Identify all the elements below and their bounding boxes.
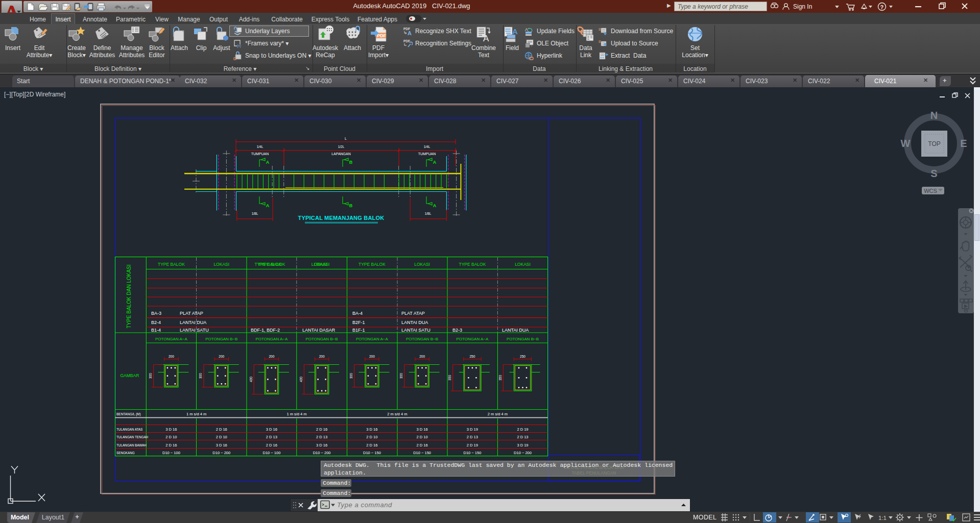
svg-text:300: 300 <box>349 373 353 379</box>
svg-text:200: 200 <box>419 355 425 358</box>
svg-text:D10 − 150: D10 − 150 <box>413 451 431 455</box>
svg-text:200: 200 <box>319 355 325 358</box>
svg-text:PLAT ATAP: PLAT ATAP <box>401 311 425 316</box>
svg-text:D10 − 200: D10 − 200 <box>313 451 331 455</box>
svg-text:400: 400 <box>249 377 253 382</box>
svg-text:300: 300 <box>399 373 403 379</box>
svg-text:2 D 13: 2 D 13 <box>517 435 528 439</box>
svg-text:LOKASI: LOKASI <box>213 262 229 267</box>
svg-text:?: ? <box>880 4 884 10</box>
svg-text:B2F-1: B2F-1 <box>352 320 365 325</box>
svg-text:BDF-1, BDF-2: BDF-1, BDF-2 <box>251 328 280 333</box>
svg-text:B2-3: B2-3 <box>452 328 462 333</box>
svg-text:LANTAI DUA: LANTAI DUA <box>180 320 206 325</box>
svg-text:350: 350 <box>448 375 451 380</box>
svg-text:E: E <box>960 138 967 149</box>
svg-text:B1F-1: B1F-1 <box>352 328 365 333</box>
svg-text:2 D 16: 2 D 16 <box>316 427 327 432</box>
svg-text:TYPE BALOK DAN LOKASI: TYPE BALOK DAN LOKASI <box>126 264 132 328</box>
svg-text:A: A <box>433 203 437 208</box>
svg-text:TUMPUAN: TUMPUAN <box>418 152 436 156</box>
svg-text:BA-4: BA-4 <box>352 311 363 316</box>
svg-text:2 D 16: 2 D 16 <box>366 443 377 447</box>
svg-text:L: L <box>345 137 347 140</box>
svg-text:1:1: 1:1 <box>878 515 887 521</box>
svg-text:A: A <box>408 30 412 36</box>
svg-text:2 D 10: 2 D 10 <box>366 435 377 439</box>
svg-text:BA-3: BA-3 <box>151 311 161 316</box>
svg-text:D10 − 200: D10 − 200 <box>212 451 230 455</box>
svg-text:B1-4: B1-4 <box>151 328 161 333</box>
svg-text:TYPE BALOK: TYPE BALOK <box>459 262 486 267</box>
svg-text:D10 − 150: D10 − 150 <box>363 451 381 455</box>
svg-text:TULANGAN BAWAH: TULANGAN BAWAH <box>116 443 147 447</box>
svg-text:POTONGAN A−A: POTONGAN A−A <box>155 337 187 341</box>
svg-text:WCS: WCS <box>924 188 937 194</box>
svg-text:3 D 16: 3 D 16 <box>316 443 327 447</box>
svg-text:W: W <box>901 138 911 149</box>
svg-text:TYPE BALOK: TYPE BALOK <box>358 262 386 267</box>
svg-text:3 D 19: 3 D 19 <box>517 443 528 447</box>
svg-text:(x): (x) <box>237 44 241 48</box>
svg-text:2 D 19: 2 D 19 <box>467 443 478 447</box>
svg-text:B: B <box>349 160 353 165</box>
svg-text:350: 350 <box>498 375 502 380</box>
svg-text:3 D 16: 3 D 16 <box>216 443 227 447</box>
svg-text:3 D 16: 3 D 16 <box>165 427 177 432</box>
svg-text:B2-4: B2-4 <box>151 320 161 325</box>
svg-text:POTONGAN B−B: POTONGAN B−B <box>406 337 438 341</box>
svg-text:S: S <box>930 168 937 179</box>
svg-text:LANTAI DASAR: LANTAI DASAR <box>302 328 336 333</box>
svg-text:2 D 16: 2 D 16 <box>165 443 177 447</box>
svg-text:3 D 16: 3 D 16 <box>366 427 377 432</box>
svg-text:1/2L: 1/2L <box>338 145 345 148</box>
svg-text:LANTAI DUA: LANTAI DUA <box>401 320 428 325</box>
svg-text:2 D 16: 2 D 16 <box>216 427 227 432</box>
svg-text:LOKASI: LOKASI <box>312 262 327 267</box>
svg-text:B: B <box>349 203 353 208</box>
svg-text:TYPE BALOK: TYPE BALOK <box>158 262 185 267</box>
svg-text:POTONGAN A−A: POTONGAN A−A <box>356 337 388 341</box>
svg-text:2 D 19: 2 D 19 <box>517 427 528 432</box>
svg-text:2 D 13: 2 D 13 <box>316 435 327 439</box>
svg-text:A: A <box>266 203 270 208</box>
svg-text:TUMPUAN: TUMPUAN <box>251 152 269 156</box>
svg-text:1 m s/d 4 m: 1 m s/d 4 m <box>286 412 306 416</box>
svg-text:LOKASI: LOKASI <box>515 262 531 267</box>
svg-text:2 D 13: 2 D 13 <box>266 435 277 439</box>
svg-text:PLAT ATAP: PLAT ATAP <box>180 311 203 316</box>
svg-text:A: A <box>483 34 489 43</box>
svg-text:POTONGAN A−A: POTONGAN A−A <box>256 337 288 341</box>
svg-text:POTONGAN B−B: POTONGAN B−B <box>305 337 338 341</box>
svg-text:400: 400 <box>299 377 303 382</box>
svg-text:LOKASI: LOKASI <box>414 262 430 267</box>
svg-text:8: 8 <box>599 27 601 32</box>
svg-text:TYPE BALOK: TYPE BALOK <box>254 262 281 267</box>
svg-text:2 D 16: 2 D 16 <box>417 443 428 447</box>
svg-text:POTONGAN B−B: POTONGAN B−B <box>507 337 539 341</box>
svg-text:200: 200 <box>169 355 174 358</box>
svg-text:300: 300 <box>149 373 152 379</box>
svg-text:1/8L: 1/8L <box>425 212 432 215</box>
svg-text:D10 − 200: D10 − 200 <box>514 451 532 455</box>
svg-text:2 m s/d 4 m: 2 m s/d 4 m <box>387 412 407 416</box>
svg-text:POTONGAN A−A: POTONGAN A−A <box>457 337 489 341</box>
svg-text:TYPICAL MEMANJANG BALOK: TYPICAL MEMANJANG BALOK <box>298 215 385 221</box>
svg-text:LANTAI SATU: LANTAI SATU <box>401 328 431 333</box>
svg-text:N: N <box>930 110 938 121</box>
svg-text:Sign In: Sign In <box>793 3 812 10</box>
svg-text:TULANGAN TENGAH: TULANGAN TENGAH <box>116 435 149 439</box>
svg-text:A: A <box>525 27 528 32</box>
svg-text:1/8L: 1/8L <box>252 212 258 215</box>
svg-text:3 D 16: 3 D 16 <box>266 427 277 432</box>
svg-text:A: A <box>512 27 518 36</box>
svg-text:200: 200 <box>369 355 375 358</box>
svg-text:SENGKANG: SENGKANG <box>116 451 135 455</box>
svg-text:LANTAI DUA: LANTAI DUA <box>502 328 529 333</box>
svg-text:1 m s/d 4 m: 1 m s/d 4 m <box>186 412 206 416</box>
svg-text:250: 250 <box>469 355 475 358</box>
svg-text:3 D 19: 3 D 19 <box>467 427 478 432</box>
svg-text:TOP: TOP <box>928 140 940 147</box>
svg-text:8: 8 <box>599 39 601 44</box>
svg-text:2 D 10: 2 D 10 <box>165 435 177 439</box>
